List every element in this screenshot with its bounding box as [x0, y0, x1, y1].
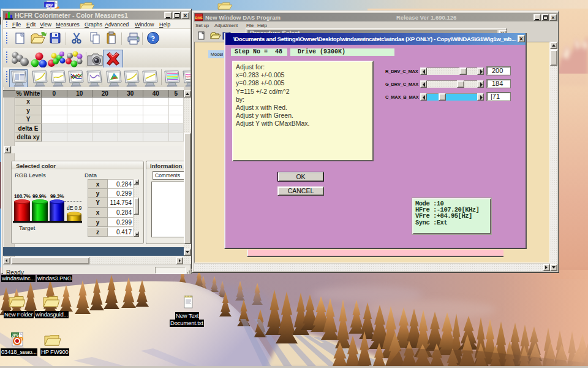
svg-text:DAS: DAS — [195, 16, 203, 20]
svg-text:dE 0.9: dE 0.9 — [67, 205, 82, 211]
svg-text:?: ? — [151, 34, 156, 43]
svg-text:Target: Target — [19, 224, 36, 231]
svg-text:99.9%: 99.9% — [32, 194, 47, 199]
svg-text:BMP: BMP — [45, 3, 53, 8]
svg-text:100.7%: 100.7% — [14, 194, 31, 199]
svg-text:99.3%: 99.3% — [50, 194, 64, 199]
